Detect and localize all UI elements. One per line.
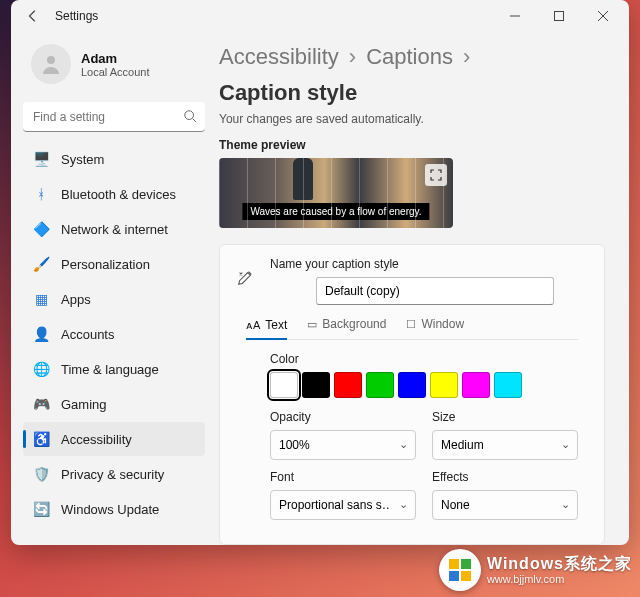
close-button[interactable] (581, 2, 625, 30)
tabs: ᴀAText ▭Background ☐Window (246, 317, 578, 340)
preview-figure (293, 158, 313, 200)
expand-icon (430, 169, 442, 181)
search-box (23, 102, 205, 132)
crumb-current: Caption style (219, 80, 357, 106)
avatar (31, 44, 71, 84)
caption-sample: Waves are caused by a flow of energy. (242, 203, 429, 220)
search-icon (183, 109, 197, 127)
style-icon (236, 269, 254, 291)
nav-label: Accessibility (61, 432, 132, 447)
name-input[interactable] (316, 277, 554, 305)
opacity-label: Opacity (270, 410, 416, 424)
window-title: Settings (55, 9, 493, 23)
size-select[interactable]: Medium (432, 430, 578, 460)
chevron-right-icon: › (463, 44, 470, 70)
search-input[interactable] (23, 102, 205, 132)
window-controls (493, 2, 625, 30)
minimize-icon (510, 11, 520, 21)
sidebar-item-accessibility[interactable]: ♿Accessibility (23, 422, 205, 456)
svg-rect-0 (555, 12, 564, 21)
user-sub: Local Account (81, 66, 150, 78)
crumb-accessibility[interactable]: Accessibility (219, 44, 339, 70)
chevron-right-icon: › (349, 44, 356, 70)
color-swatch[interactable] (334, 372, 362, 398)
person-icon (39, 52, 63, 76)
sidebar: Adam Local Account 🖥️SystemᚼBluetooth & … (11, 32, 211, 545)
maximize-icon (554, 11, 564, 21)
sidebar-item-gaming[interactable]: 🎮Gaming (23, 387, 205, 421)
nav-label: Personalization (61, 257, 150, 272)
preview-label: Theme preview (219, 138, 605, 152)
main: Accessibility › Captions › Caption style… (211, 32, 629, 545)
maximize-button[interactable] (537, 2, 581, 30)
sidebar-item-time-language[interactable]: 🌐Time & language (23, 352, 205, 386)
sidebar-item-windows-update[interactable]: 🔄Windows Update (23, 492, 205, 526)
arrow-left-icon (26, 9, 40, 23)
sidebar-item-bluetooth-devices[interactable]: ᚼBluetooth & devices (23, 177, 205, 211)
watermark-logo (439, 549, 481, 591)
nav-icon: 🌐 (33, 361, 49, 377)
color-swatch[interactable] (398, 372, 426, 398)
user-block[interactable]: Adam Local Account (23, 32, 205, 102)
effects-select[interactable]: None (432, 490, 578, 520)
save-note: Your changes are saved automatically. (219, 112, 605, 126)
nav-icon: 🖥️ (33, 151, 49, 167)
nav-icon: 🎮 (33, 396, 49, 412)
sidebar-item-accounts[interactable]: 👤Accounts (23, 317, 205, 351)
theme-preview: Waves are caused by a flow of energy. (219, 158, 453, 228)
nav-icon: ▦ (33, 291, 49, 307)
sidebar-item-apps[interactable]: ▦Apps (23, 282, 205, 316)
nav-label: Privacy & security (61, 467, 164, 482)
window-icon: ☐ (406, 318, 416, 331)
tab-text[interactable]: ᴀAText (246, 317, 287, 340)
titlebar: Settings (11, 0, 629, 32)
nav-label: Gaming (61, 397, 107, 412)
nav-icon: 👤 (33, 326, 49, 342)
app-body: Adam Local Account 🖥️SystemᚼBluetooth & … (11, 32, 629, 545)
sidebar-item-network-internet[interactable]: 🔷Network & internet (23, 212, 205, 246)
nav: 🖥️SystemᚼBluetooth & devices🔷Network & i… (23, 142, 205, 526)
close-icon (598, 11, 608, 21)
minimize-button[interactable] (493, 2, 537, 30)
sidebar-item-privacy-security[interactable]: 🛡️Privacy & security (23, 457, 205, 491)
color-swatch[interactable] (462, 372, 490, 398)
svg-point-2 (185, 111, 194, 120)
effects-label: Effects (432, 470, 578, 484)
sidebar-item-system[interactable]: 🖥️System (23, 142, 205, 176)
color-swatch[interactable] (366, 372, 394, 398)
font-select[interactable]: Proportional sans s… (270, 490, 416, 520)
watermark-title: Windows系统之家 (487, 555, 632, 573)
back-button[interactable] (15, 2, 51, 30)
nav-label: Time & language (61, 362, 159, 377)
nav-icon: ᚼ (33, 186, 49, 202)
nav-icon: 🔷 (33, 221, 49, 237)
color-swatch[interactable] (270, 372, 298, 398)
text-icon: ᴀA (246, 319, 260, 332)
name-label: Name your caption style (270, 257, 578, 271)
sidebar-item-personalization[interactable]: 🖌️Personalization (23, 247, 205, 281)
color-swatch[interactable] (430, 372, 458, 398)
nav-label: Apps (61, 292, 91, 307)
expand-button[interactable] (425, 164, 447, 186)
nav-label: Accounts (61, 327, 114, 342)
opacity-select[interactable]: 100% (270, 430, 416, 460)
tab-background[interactable]: ▭Background (307, 317, 386, 333)
settings-window: Settings Adam Local Account 🖥️Systemᚼ (11, 0, 629, 545)
tab-window[interactable]: ☐Window (406, 317, 464, 333)
crumb-captions[interactable]: Captions (366, 44, 453, 70)
watermark: Windows系统之家 www.bjjmlv.com (439, 549, 632, 591)
size-label: Size (432, 410, 578, 424)
background-icon: ▭ (307, 318, 317, 331)
breadcrumb: Accessibility › Captions › Caption style (219, 44, 605, 106)
color-swatch[interactable] (302, 372, 330, 398)
nav-icon: 🖌️ (33, 256, 49, 272)
nav-label: Network & internet (61, 222, 168, 237)
font-label: Font (270, 470, 416, 484)
nav-label: System (61, 152, 104, 167)
style-card: Name your caption style ᴀAText ▭Backgrou… (219, 244, 605, 545)
color-swatch[interactable] (494, 372, 522, 398)
nav-icon: 🔄 (33, 501, 49, 517)
nav-label: Windows Update (61, 502, 159, 517)
color-label: Color (270, 352, 578, 366)
nav-label: Bluetooth & devices (61, 187, 176, 202)
